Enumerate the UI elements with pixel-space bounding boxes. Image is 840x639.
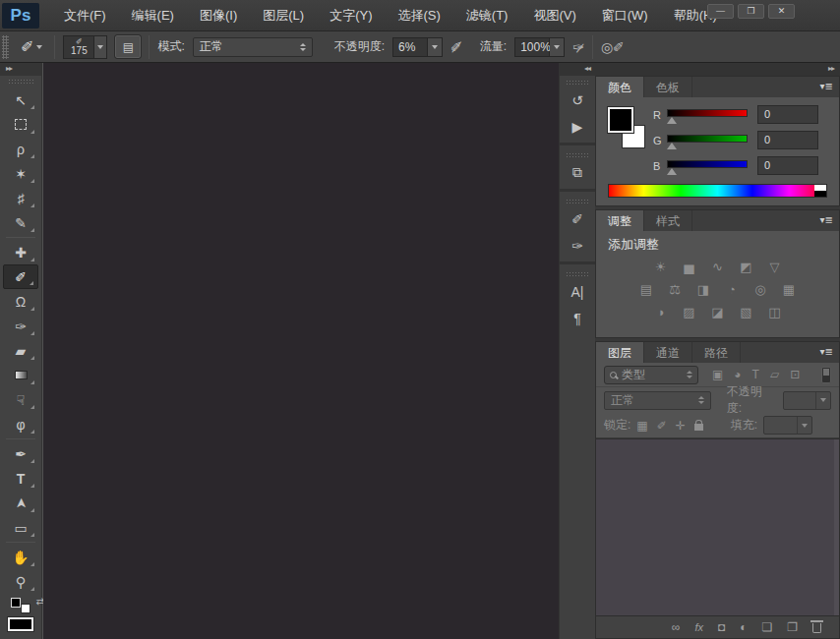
tab-layers[interactable]: 图层 (596, 342, 644, 363)
foreground-color-swatch[interactable] (608, 107, 633, 133)
brush-panel-button[interactable]: ✐ (561, 205, 594, 232)
threshold-icon[interactable]: ◪ (710, 305, 726, 320)
filter-type-layers-icon[interactable]: T (752, 368, 759, 381)
posterize-icon[interactable]: ▨ (682, 305, 697, 320)
dock-grip[interactable] (566, 152, 589, 157)
type-tool[interactable]: T (3, 466, 38, 491)
healing-brush-tool[interactable]: ✚ (3, 240, 38, 264)
adjustment-layer-icon[interactable]: ◐ (740, 620, 747, 634)
crop-tool[interactable]: ♯ (3, 186, 38, 210)
brightness-contrast-icon[interactable]: ☀ (653, 260, 669, 274)
opacity-dropdown-arrow[interactable] (428, 37, 443, 57)
red-slider[interactable] (667, 107, 748, 123)
actions-panel-button[interactable]: ▶ (561, 113, 594, 140)
layer-style-icon[interactable]: fx (694, 621, 703, 633)
blend-mode-select[interactable]: 正常 (193, 37, 313, 57)
menu-view[interactable]: 视图(V) (520, 1, 588, 30)
slider-thumb[interactable] (667, 143, 677, 149)
eraser-tool[interactable]: ▰ (3, 338, 38, 363)
gradient-map-icon[interactable]: ▧ (739, 305, 754, 320)
red-value-field[interactable]: 0 (757, 105, 818, 124)
magic-wand-tool[interactable]: ✶ (3, 161, 38, 186)
menu-type[interactable]: 文字(Y) (317, 1, 385, 30)
menu-filter[interactable]: 滤镜(T) (453, 1, 521, 30)
marquee-tool[interactable] (3, 112, 38, 137)
dock-expand-button[interactable]: ◂◂ (560, 63, 595, 76)
menu-file[interactable]: 文件(F) (51, 1, 119, 30)
filter-shape-layers-icon[interactable]: ▱ (770, 368, 779, 381)
layer-filter-type-select[interactable]: 类型 (604, 366, 698, 384)
panel-menu-icon[interactable]: ▾≣ (820, 346, 833, 357)
brush-tool[interactable]: ✐ (3, 264, 38, 289)
brush-presets-panel-button[interactable]: ✑ (561, 232, 594, 259)
tab-paths[interactable]: 路径 (692, 342, 741, 363)
canvas-workspace[interactable] (43, 63, 559, 639)
flow-dropdown-arrow[interactable] (550, 37, 565, 57)
menu-image[interactable]: 图像(I) (187, 1, 250, 30)
layer-fill-select[interactable] (763, 416, 812, 435)
current-tool-preset[interactable]: ✐ (17, 37, 46, 56)
hand-tool[interactable]: ✋ (3, 545, 38, 569)
pressure-opacity-icon[interactable]: ✐̸ (450, 39, 462, 55)
flow-select[interactable]: 100% (514, 37, 565, 57)
dock-grip[interactable] (566, 80, 589, 85)
brush-preset-picker[interactable]: ✐ 175 (63, 35, 107, 59)
menu-layer[interactable]: 图层(L) (250, 1, 317, 30)
dodge-tool[interactable]: φ (3, 412, 38, 436)
hue-saturation-icon[interactable]: ▤ (638, 282, 654, 297)
lock-transparency-icon[interactable]: ▦ (636, 419, 647, 433)
history-panel-button[interactable]: ↺ (561, 87, 594, 113)
blue-value-field[interactable]: 0 (757, 156, 818, 175)
blue-slider[interactable] (667, 158, 748, 174)
new-group-icon[interactable]: ❏ (761, 620, 772, 634)
layer-list[interactable] (596, 438, 839, 615)
minimize-button[interactable]: — (707, 4, 734, 19)
new-layer-icon[interactable]: ❐ (787, 620, 798, 634)
green-slider[interactable] (667, 133, 748, 148)
levels-icon[interactable]: ▅ (682, 260, 697, 274)
maximize-button[interactable]: ❐ (738, 4, 764, 19)
pressure-size-icon[interactable]: ◎✐ (601, 39, 625, 55)
default-colors-control[interactable]: ⇄ (11, 598, 30, 613)
paragraph-panel-button[interactable]: ¶ (561, 305, 594, 331)
curves-icon[interactable]: ∿ (710, 260, 726, 274)
slider-thumb[interactable] (667, 168, 677, 175)
tab-color[interactable]: 颜色 (596, 77, 644, 97)
channel-mixer-icon[interactable]: ◎ (752, 282, 768, 297)
lock-image-icon[interactable]: ✐ (657, 419, 667, 433)
history-brush-tool[interactable]: ✑ (3, 314, 38, 338)
pen-tool[interactable]: ✒ (3, 441, 38, 466)
lock-position-icon[interactable]: ✛ (676, 419, 686, 433)
green-value-field[interactable]: 0 (757, 131, 818, 149)
black-swatch[interactable] (814, 191, 826, 197)
airbrush-icon[interactable]: ✑̷ (572, 39, 584, 55)
close-button[interactable]: ✕ (768, 4, 795, 19)
path-selection-tool[interactable]: ➤ (3, 491, 38, 515)
toolbox-collapse-button[interactable]: ▸▸ (0, 63, 41, 76)
menu-window[interactable]: 窗口(W) (589, 1, 661, 30)
lasso-tool[interactable]: ρ (3, 137, 38, 161)
selective-color-icon[interactable]: ◫ (767, 305, 783, 320)
filter-pixel-layers-icon[interactable]: ▣ (712, 368, 723, 381)
filter-adjustment-layers-icon[interactable]: ◕ (734, 368, 741, 381)
black-white-icon[interactable]: ◨ (695, 282, 711, 297)
options-bar-grip[interactable] (2, 35, 9, 59)
layer-opacity-select[interactable] (783, 391, 831, 410)
exposure-icon[interactable]: ◩ (739, 260, 754, 274)
panel-menu-icon[interactable]: ▾≣ (820, 214, 833, 225)
properties-panel-button[interactable]: ⧉ (561, 159, 594, 186)
tab-swatches[interactable]: 色板 (644, 77, 692, 97)
foreground-color-swatch[interactable] (8, 617, 33, 631)
color-spectrum-ramp[interactable] (608, 184, 827, 198)
panel-menu-icon[interactable]: ▾≣ (820, 81, 833, 91)
lock-all-icon[interactable] (694, 424, 703, 431)
menu-edit[interactable]: 编辑(E) (119, 1, 187, 30)
clone-stamp-tool[interactable]: Ω (3, 289, 38, 314)
invert-icon[interactable]: ◑ (653, 305, 669, 320)
layer-blend-mode-select[interactable]: 正常 (604, 391, 711, 410)
zoom-tool[interactable]: ⚲ (3, 569, 38, 594)
color-lookup-icon[interactable]: ▦ (781, 282, 797, 297)
dock-grip[interactable] (566, 199, 589, 203)
toolbox-grip[interactable] (8, 79, 33, 85)
gradient-tool[interactable] (3, 363, 38, 387)
